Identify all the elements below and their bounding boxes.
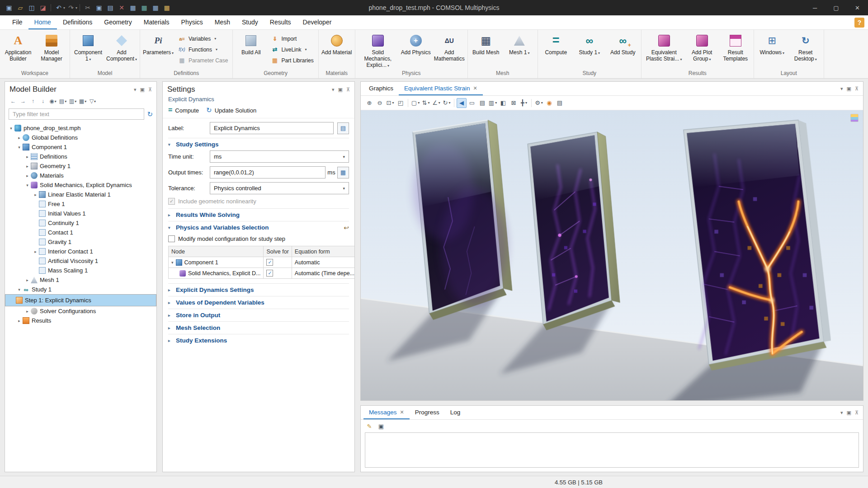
zoom-in-icon[interactable]: ⊕	[364, 98, 374, 108]
back-icon[interactable]: ←	[9, 97, 18, 106]
move-down-icon[interactable]: ↓	[38, 97, 47, 106]
menu-materials[interactable]: Materials	[138, 15, 175, 29]
windows-button[interactable]: ⊞ Windows▾	[756, 31, 788, 57]
refresh-icon[interactable]: ↻	[147, 110, 153, 118]
tree-item-mesh-1[interactable]: ▸Mesh 1	[5, 275, 156, 285]
section-explicit-dynamics-settings[interactable]: ▸ Explicit Dynamics Settings	[168, 283, 349, 296]
lock-axes-icon[interactable]: ⊠	[509, 98, 519, 108]
result-templates-button[interactable]: Result Templates	[719, 31, 752, 63]
copy-messages-icon[interactable]: ▣	[376, 421, 386, 431]
section-study-settings[interactable]: ▾ Study Settings	[168, 138, 349, 150]
expand-caret-icon[interactable]: ▾	[8, 126, 14, 131]
column-header[interactable]: Solve for	[264, 246, 292, 257]
tree-item-interior-contact[interactable]: ▸Interior Contact 1	[5, 247, 156, 256]
section-results-while-solving[interactable]: ▸ Results While Solving	[168, 208, 349, 221]
tree-columns-icon[interactable]: ▦▾	[78, 97, 87, 106]
model-manager-button[interactable]: Model Manager	[35, 31, 68, 63]
tab-messages[interactable]: Messages✕	[363, 406, 410, 419]
close-tab-icon[interactable]: ✕	[400, 409, 404, 415]
part-libraries-button[interactable]: ▦Part Libraries	[271, 56, 313, 64]
import-button[interactable]: ⇓Import	[271, 35, 313, 42]
mesh-1-button[interactable]: Mesh 1▾	[503, 31, 536, 57]
output-times-input[interactable]	[210, 166, 326, 178]
tree-item-continuity[interactable]: Continuity 1	[5, 218, 156, 228]
functions-button[interactable]: f(x)Functions▾	[178, 46, 228, 53]
filter-icon[interactable]: ▽▾	[88, 97, 97, 106]
float-panel-icon[interactable]: ▣	[847, 410, 851, 416]
tree-item-contact[interactable]: Contact 1	[5, 228, 156, 237]
sound-icon[interactable]: ◀	[457, 98, 467, 108]
tree-item-component-1[interactable]: ▾Component 1	[5, 142, 156, 152]
menu-home[interactable]: Home	[28, 15, 57, 29]
panel-menu-icon[interactable]: ▾	[332, 87, 335, 93]
parameter-case-button[interactable]: ▦Parameter Case	[178, 56, 228, 64]
section-physics-variables-selection[interactable]: ▾ Physics and Variables Selection ↩	[168, 221, 349, 234]
paste-table-icon[interactable]: ▦	[139, 2, 150, 13]
help-icon[interactable]: ?	[854, 18, 864, 28]
tree-item-definitions[interactable]: ▸Definitions	[5, 152, 156, 161]
zoom-box-icon[interactable]: ⊡▾	[385, 98, 395, 108]
save-close-icon[interactable]: ◪	[38, 2, 48, 13]
copy-button[interactable]: ▣	[94, 2, 104, 13]
solid-mechanics-button[interactable]: Solid Mechanics, Explici...▾	[357, 31, 399, 69]
move-up-icon[interactable]: ↑	[28, 97, 38, 106]
menu-file[interactable]: File	[6, 15, 28, 29]
menu-study[interactable]: Study	[236, 15, 264, 29]
parameters-button[interactable]: Pi Parameters▾	[142, 31, 175, 57]
add-plot-group-button[interactable]: Add Plot Group▾	[686, 31, 718, 63]
tree-item-step-1-explicit-dynamics[interactable]: Step 1: Explicit Dynamics	[5, 294, 156, 306]
expand-caret-icon[interactable]: ▾	[171, 260, 174, 265]
modify-configuration-checkbox[interactable]	[168, 235, 175, 242]
geometric-nonlinearity-checkbox[interactable]: ✓	[168, 198, 175, 205]
equivalent-plastic-strain-button[interactable]: Equivalent Plastic Strai...▾	[643, 31, 685, 63]
label-input[interactable]	[210, 122, 334, 134]
graphics-canvas[interactable]	[361, 110, 863, 400]
axis-views-icon[interactable]: ⇅▾	[421, 98, 431, 108]
menu-results[interactable]: Results	[264, 15, 297, 29]
solve-for-checkbox[interactable]: ✓	[266, 259, 273, 266]
add-component-button[interactable]: Add Component▾	[105, 31, 138, 63]
expand-caret-icon[interactable]: ▸	[32, 192, 39, 197]
tree-item-results[interactable]: ▸Results	[5, 316, 156, 325]
range-icon[interactable]: ▦	[337, 167, 349, 178]
panel-menu-icon[interactable]: ▾	[840, 410, 843, 416]
save-icon[interactable]: ◫	[26, 2, 37, 13]
add-material-button[interactable]: Add Material	[321, 31, 353, 57]
build-all-button[interactable]: Build All	[235, 31, 267, 57]
tree-item-mass-scaling[interactable]: Mass Scaling 1	[5, 266, 156, 275]
delete-button[interactable]: ✕	[116, 2, 127, 13]
expand-caret-icon[interactable]: ▾	[16, 287, 23, 292]
variables-button[interactable]: a=Variables▾	[178, 35, 228, 42]
show-grid-icon[interactable]: ▤	[477, 98, 487, 108]
zoom-extents-icon[interactable]: ◰	[396, 98, 406, 108]
measure-icon[interactable]: ╋▾	[519, 98, 529, 108]
tree-item-geometry-1[interactable]: ▸Geometry 1	[5, 161, 156, 171]
expand-caret-icon[interactable]: ▸	[16, 136, 23, 140]
tree-item-study-1[interactable]: ▾∞Study 1	[5, 285, 156, 294]
rename-icon[interactable]: ▤	[337, 122, 349, 134]
add-physics-button[interactable]: + Add Physics	[400, 31, 432, 57]
tab-progress[interactable]: Progress	[410, 406, 445, 419]
pin-panel-icon[interactable]: ⊼	[346, 87, 350, 93]
expand-caret-icon[interactable]: ▾	[16, 145, 23, 150]
open-file-icon[interactable]: ▱	[15, 2, 26, 13]
update-solution-button[interactable]: ↻Update Solution	[206, 106, 256, 114]
add-study-button[interactable]: ∞+ Add Study	[607, 31, 639, 57]
expand-caret-icon[interactable]: ▸	[16, 319, 23, 323]
scene-rotate-icon[interactable]: ↻▾	[442, 98, 452, 108]
section-values-of-dependent-variables[interactable]: ▸ Values of Dependent Variables	[168, 296, 349, 309]
add-mathematics-button[interactable]: ΔU Add Mathematics	[433, 31, 466, 63]
section-mesh-selection[interactable]: ▸ Mesh Selection	[168, 321, 349, 334]
panel-menu-icon[interactable]: ▾	[134, 87, 137, 93]
menu-geometry[interactable]: Geometry	[98, 15, 137, 29]
build-mesh-button[interactable]: ▦ Build Mesh	[470, 31, 502, 57]
study-1-button[interactable]: ∞ Study 1▾	[573, 31, 606, 57]
cut-button[interactable]: ✂	[82, 2, 93, 13]
column-header[interactable]: Node	[169, 246, 264, 257]
clear-messages-icon[interactable]: ✎	[364, 421, 374, 431]
forward-icon[interactable]: →	[19, 97, 28, 106]
expand-caret-icon[interactable]: ▸	[24, 155, 31, 159]
time-unit-select[interactable]: ms▾	[210, 150, 349, 163]
undo-caret-icon[interactable]: ▾	[63, 6, 65, 10]
expand-caret-icon[interactable]: ▾	[24, 183, 31, 188]
